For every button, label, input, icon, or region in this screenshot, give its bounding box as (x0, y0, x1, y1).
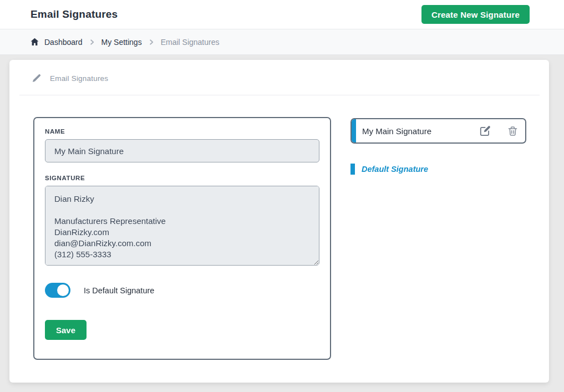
edit-icon[interactable] (480, 125, 491, 136)
email-signatures-card: Email Signatures NAME SIGNATURE Dian Riz… (9, 60, 549, 383)
card-header: Email Signatures (19, 60, 540, 95)
card-body: NAME SIGNATURE Dian Rizky Manufacturers … (9, 95, 549, 360)
name-input[interactable] (45, 139, 319, 162)
trash-icon[interactable] (507, 126, 518, 136)
page-title: Email Signatures (31, 8, 118, 21)
create-new-signature-button[interactable]: Create New Signature (421, 5, 530, 24)
default-signature-indicator: Default Signature (350, 164, 526, 175)
breadcrumb-item-dashboard[interactable]: Dashboard (44, 38, 83, 47)
chevron-right-icon (148, 39, 155, 45)
name-label: NAME (45, 128, 319, 135)
chevron-right-icon (89, 39, 95, 45)
home-icon[interactable] (31, 38, 39, 46)
signature-textarea[interactable]: Dian Rizky Manufacturers Representative … (45, 186, 319, 266)
signature-list-item: My Main Signature (350, 118, 526, 144)
accent-bar (352, 119, 356, 142)
default-toggle-row: Is Default Signature (45, 283, 319, 298)
pencil-icon (32, 74, 41, 83)
signature-list: My Main Signature (350, 118, 526, 175)
signature-name: My Main Signature (362, 126, 480, 136)
default-signature-label: Default Signature (362, 165, 428, 174)
signature-form: NAME SIGNATURE Dian Rizky Manufacturers … (33, 117, 331, 360)
card-title: Email Signatures (50, 74, 108, 83)
top-header: Email Signatures Create New Signature (0, 0, 564, 29)
is-default-toggle[interactable] (45, 283, 70, 298)
breadcrumb: Dashboard My Settings Email Signatures (0, 29, 564, 55)
save-button[interactable]: Save (45, 320, 87, 340)
toggle-label: Is Default Signature (84, 286, 154, 295)
breadcrumb-item-my-settings[interactable]: My Settings (101, 38, 142, 47)
default-accent-bar (350, 164, 355, 175)
toggle-knob (57, 284, 69, 296)
signature-label: SIGNATURE (45, 175, 319, 181)
breadcrumb-item-email-signatures: Email Signatures (161, 38, 220, 47)
content-area: Email Signatures NAME SIGNATURE Dian Riz… (0, 55, 564, 383)
